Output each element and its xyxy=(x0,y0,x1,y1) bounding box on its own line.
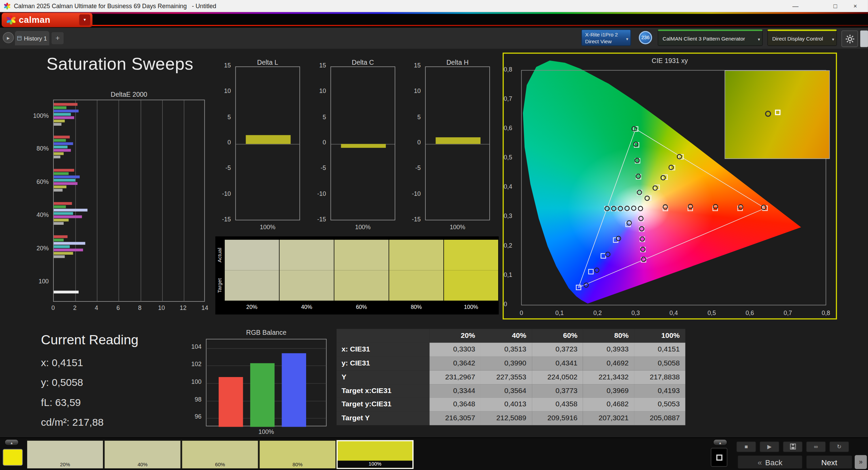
x-tick-label: 0 xyxy=(45,304,61,311)
table-row-label: Target Y xyxy=(336,411,429,425)
close-button[interactable]: × xyxy=(847,0,864,12)
red-accent-line xyxy=(83,25,868,26)
gridline xyxy=(119,100,120,301)
refresh-button[interactable]: ↻ xyxy=(829,441,849,453)
meter-device-line2: Direct View xyxy=(585,38,623,45)
deltae-bar xyxy=(54,212,73,215)
y-tick-label: 10 xyxy=(319,88,326,94)
cie-zoom-inset xyxy=(725,70,830,159)
popout-right-button[interactable]: ▴ xyxy=(713,439,727,446)
history-panel-toggle[interactable]: ▸ xyxy=(3,32,14,43)
deltae-bar xyxy=(54,120,65,122)
meter-count-badge[interactable]: 236 xyxy=(639,31,652,44)
logo-menu-caret-icon[interactable]: ▾ xyxy=(79,14,90,26)
cie-y-tick-label: 0,8 xyxy=(504,66,519,73)
table-row: y: CIE310,36420,39900,43410,46920,5058 xyxy=(336,357,685,370)
pattern-window-button[interactable] xyxy=(711,448,727,467)
table-cell: 217,8838 xyxy=(634,370,685,384)
actual-swatch xyxy=(280,240,334,270)
deltae-bar xyxy=(54,222,64,225)
play-button[interactable]: ▶ xyxy=(759,441,779,453)
cie-y-tick-label: 0,4 xyxy=(504,183,519,190)
next-button[interactable]: Next xyxy=(806,455,853,469)
meter-device-button[interactable]: X-Rite i1Pro 2 Direct View ▾ xyxy=(581,29,631,46)
table-cell: 212,5089 xyxy=(481,411,532,425)
deltaC-plot xyxy=(330,66,395,220)
cie-panel[interactable]: CIE 1931 xy 00,10,20,30,40,50,60,70,800,… xyxy=(503,52,837,319)
deltaC-xlabel: 100% xyxy=(330,224,395,231)
deltaL-bar xyxy=(246,135,291,144)
deltaH-xlabel: 100% xyxy=(425,224,490,231)
table-cell: 205,0887 xyxy=(634,411,685,425)
gridline xyxy=(140,100,141,301)
pattern-patch-60%[interactable]: 60% xyxy=(182,440,258,469)
tab-history-1[interactable]: History 1 xyxy=(15,31,49,45)
deltaC-chart: Delta C 151050-5-10-15 100% xyxy=(310,56,420,233)
settings-button[interactable] xyxy=(841,30,858,47)
swatch-label: 80% xyxy=(389,304,443,310)
deltaH-ylabels: 151050-5-10-15 xyxy=(404,66,423,220)
deltae-bar xyxy=(54,189,62,191)
table-corner-cell xyxy=(336,329,429,343)
deltae-bar xyxy=(54,245,70,248)
gridline xyxy=(162,100,163,301)
tab-icon xyxy=(17,36,22,41)
back-button[interactable]: « Back xyxy=(737,455,803,469)
cie-y-tick-label: 0,5 xyxy=(504,154,519,161)
save-icon xyxy=(790,443,796,450)
cie-y-tick-label: 0,7 xyxy=(504,95,519,102)
pattern-generator-button[interactable]: CalMAN Client 3 Pattern Generator ▾ xyxy=(658,29,763,46)
deltae-bar xyxy=(54,123,61,126)
swatch-label: 20% xyxy=(225,304,279,310)
gridline xyxy=(206,348,326,349)
pattern-patch-label: 40% xyxy=(105,461,180,468)
deltae-bar xyxy=(54,249,83,251)
stop-button[interactable]: ■ xyxy=(736,441,756,453)
deltae-bar xyxy=(54,182,78,185)
tab-label: History 1 xyxy=(24,35,47,42)
back-label: Back xyxy=(765,458,783,467)
y-tick-label: 100 xyxy=(191,378,202,385)
table-row: Target Y216,3057212,5089209,5916207,3021… xyxy=(336,411,685,425)
bottom-bar: ▴ 20%40%60%80%100% ▴ ■ ▶ ∞ ↻ « Back Next… xyxy=(0,437,868,470)
minimize-button[interactable]: — xyxy=(787,0,804,12)
chevron-down-icon: ▾ xyxy=(626,36,629,43)
y-tick-label: -5 xyxy=(321,164,326,171)
table-row: x: CIE310,33030,35130,37230,39330,4151 xyxy=(336,343,685,357)
zero-line xyxy=(426,144,489,145)
table-cell: 0,4193 xyxy=(634,384,685,397)
maximize-button[interactable]: □ xyxy=(827,0,844,12)
table-cell: 0,3344 xyxy=(429,384,480,397)
table-cell: 0,4341 xyxy=(532,357,583,370)
deltae-bar xyxy=(54,202,72,205)
y-tick-label: 60% xyxy=(36,178,49,185)
deltae-bar xyxy=(54,139,66,142)
actual-swatch xyxy=(444,240,498,270)
cie-x-tick-label: 0,8 xyxy=(818,310,834,316)
pattern-patch-100%[interactable]: 100% xyxy=(336,440,413,469)
next-chevrons-button[interactable]: » xyxy=(855,455,867,469)
add-tab-button[interactable]: + xyxy=(51,32,64,44)
pattern-patch-20%[interactable]: 20% xyxy=(27,440,104,469)
edge-partial-button[interactable] xyxy=(860,30,868,47)
link-button[interactable]: ∞ xyxy=(806,441,826,453)
target-swatch xyxy=(225,270,279,300)
display-control-button[interactable]: Direct Display Control ▾ xyxy=(767,29,837,46)
y-tick-label: 80% xyxy=(36,145,49,152)
tab-bar: ▸ History 1 + X-Rite i1Pro 2 Direct View… xyxy=(0,28,868,49)
deltae-bar xyxy=(54,235,68,238)
table-cell: 0,3990 xyxy=(481,357,532,370)
x-tick-label: 6 xyxy=(110,304,126,311)
table-cell: 0,4151 xyxy=(634,343,685,357)
rgb-bar-red xyxy=(219,377,243,427)
deltae-bar xyxy=(54,252,73,255)
y-tick-label: 96 xyxy=(195,413,202,420)
pattern-patch-80%[interactable]: 80% xyxy=(259,440,336,469)
save-button[interactable] xyxy=(783,441,803,453)
pattern-patch-40%[interactable]: 40% xyxy=(104,440,181,469)
table-cell: 0,3513 xyxy=(481,343,532,357)
calman-logo-button[interactable]: calman ▾ xyxy=(2,13,93,27)
table-col-header: 80% xyxy=(583,329,634,343)
reading-cdm2: cd/m²: 217,88 xyxy=(41,416,104,428)
rgb-bar-blue xyxy=(282,354,306,427)
